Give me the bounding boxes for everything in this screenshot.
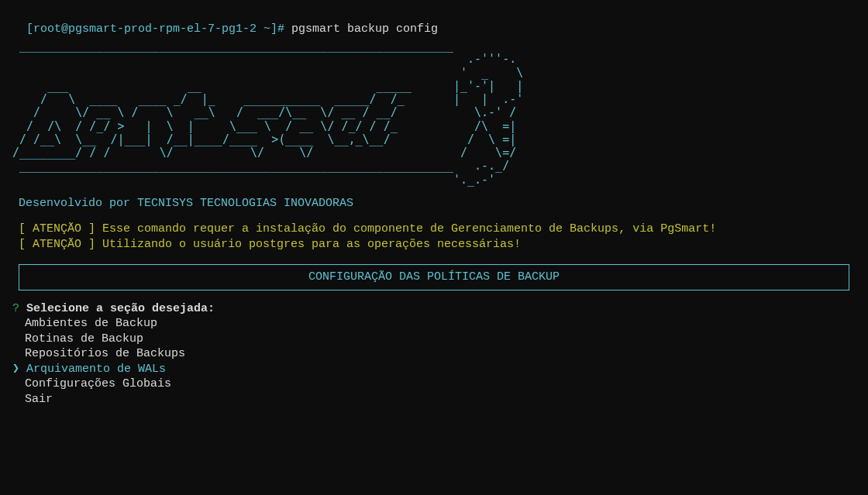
warning-line-2: [ ATENÇÃO ] Utilizando o usuário postgre… [19,237,856,253]
menu-item-label: Repositórios de Backups [25,347,185,360]
menu-item-label: Rotinas de Backup [25,332,143,345]
menu-item-repositorios[interactable]: Repositórios de Backups [25,346,856,362]
shell-prompt-line: [root@pgsmart-prod-rpm-el-7-pg1-2 ~]# pg… [12,6,856,36]
menu-item-arquivamento[interactable]: ❯ Arquivamento de WALs [12,362,856,377]
question-text: Selecione a seção desejada: [26,302,215,315]
menu-item-label: Sair [25,393,53,406]
shell-command: pgsmart backup config [291,22,438,36]
menu-item-ambientes[interactable]: Ambientes de Backup [25,316,856,332]
section-header: CONFIGURAÇÃO DAS POLÍTICAS DE BACKUP [19,264,849,290]
menu-item-rotinas[interactable]: Rotinas de Backup [25,332,856,347]
menu-item-sair[interactable]: Sair [25,392,856,407]
menu-item-label: Configurações Globais [25,377,171,390]
warning-line-1: [ ATENÇÃO ] Esse comando requer a instal… [19,222,856,237]
menu-item-label: Ambientes de Backup [25,317,157,330]
menu-item-label: Arquivamento de WALs [26,363,166,376]
menu-item-config-globais[interactable]: Configurações Globais [25,376,856,392]
ascii-logo: ________________________________________… [12,40,856,187]
question-marker: ? [12,302,19,315]
menu-group: ? Selecione a seção desejada: Ambientes … [12,301,856,407]
selector-arrow-icon: ❯ [12,363,19,376]
developer-credit: Desenvolvido por TECNISYS TECNOLOGIAS IN… [19,196,856,211]
menu-question-line: ? Selecione a seção desejada: [12,301,856,317]
shell-prompt-user: [root@pgsmart-prod-rpm-el-7-pg1-2 ~]# [26,22,291,36]
